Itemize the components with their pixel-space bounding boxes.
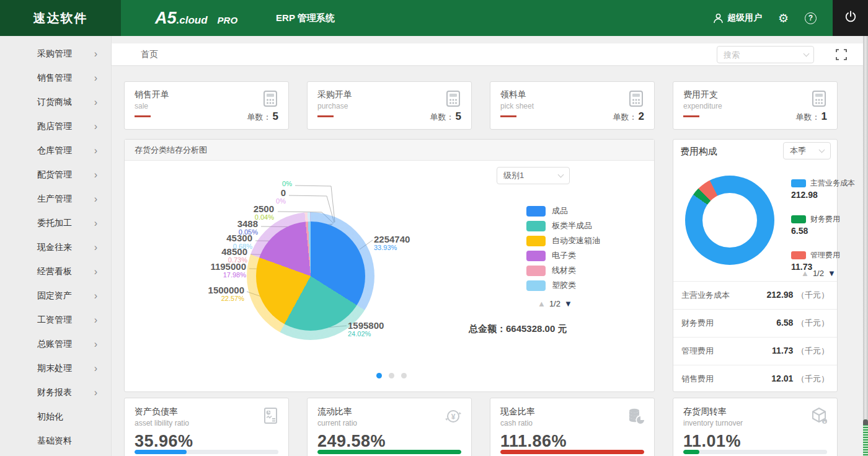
page-indicator: 1/2 <box>813 269 824 278</box>
sidebar-item[interactable]: 初始化 <box>0 405 111 429</box>
pie-callout: 225474033.93% <box>374 235 410 251</box>
callout-value: 0 <box>276 188 286 198</box>
search-input[interactable] <box>724 50 792 60</box>
legend-color-chip <box>526 236 546 246</box>
legend-label: 线材类 <box>552 265 576 276</box>
red-dash <box>683 115 699 117</box>
metric-card: 资产负债率asset libility ratio35.96% <box>124 398 289 456</box>
page-up-icon[interactable]: ▲ <box>801 269 809 278</box>
legend-row: 管理费用 <box>791 250 855 261</box>
sidebar-item[interactable]: 财务报表› <box>0 380 111 405</box>
expense-panel: 费用构成 本季 主营业务成本212.98财务费用6.58管理费用11.73 ▲ … <box>673 139 838 392</box>
legend-item[interactable]: 线材类 <box>526 265 600 276</box>
calculator-icon <box>444 89 463 110</box>
sidebar-item[interactable]: 经营看板› <box>0 259 111 284</box>
sidebar-item[interactable]: 固定资产› <box>0 284 111 308</box>
carousel-dot[interactable] <box>389 373 394 378</box>
stat-card[interactable]: 销售开单sale单数：5 <box>124 81 289 130</box>
legend-color-chip <box>791 251 806 259</box>
expense-legend-pager: ▲ 1/2 ▼ <box>801 269 836 278</box>
inventory-pie-chart[interactable] <box>256 221 365 331</box>
callout-percent: 22.57% <box>208 295 244 303</box>
logo-pro: PRO <box>218 15 238 25</box>
sidebar-item[interactable]: 工资管理› <box>0 308 111 332</box>
legend-item[interactable]: 自动变速箱油 <box>526 235 600 246</box>
sidebar-item[interactable]: 订货商城› <box>0 90 111 114</box>
legend-item[interactable]: 塑胶类 <box>526 280 600 291</box>
expense-row-value: 12.01 （千元） <box>771 373 829 385</box>
refresh-yen-icon: ¥ <box>443 406 464 429</box>
legend-value: 212.98 <box>791 190 855 200</box>
coins-icon <box>626 406 647 429</box>
system-title: ERP 管理系统 <box>276 12 335 24</box>
stat-count-value: 5 <box>456 110 461 122</box>
logout-button[interactable] <box>833 0 868 36</box>
sidebar-item[interactable]: 委托加工› <box>0 211 111 235</box>
red-dash <box>135 115 151 117</box>
help-button[interactable]: ? <box>805 12 817 24</box>
expense-row-list: 主营业务成本212.98 （千元）财务费用6.58 （千元）管理费用11.73 … <box>673 281 837 393</box>
sidebar-item[interactable]: 配货管理› <box>0 163 111 187</box>
metric-value: 11.01% <box>683 432 828 451</box>
stat-count: 单数：2 <box>613 110 644 123</box>
stat-count-label: 单数： <box>247 112 272 122</box>
legend-item[interactable]: 电子类 <box>526 250 600 261</box>
callout-percent: 24.02% <box>348 331 384 338</box>
carousel-dot[interactable] <box>401 373 407 378</box>
sidebar-item[interactable]: 仓库管理› <box>0 138 111 163</box>
stat-card[interactable]: 费用开支expenditure单数：1 <box>673 81 838 130</box>
chevron-right-icon: › <box>94 290 97 302</box>
carousel-dots <box>376 373 407 378</box>
page-up-icon[interactable]: ▲ <box>538 299 546 308</box>
search-select[interactable] <box>717 46 814 63</box>
vertical-scrollbar[interactable] <box>863 36 868 456</box>
progress-track <box>317 450 461 454</box>
stat-card[interactable]: 采购开单purchase单数：5 <box>307 81 472 130</box>
callout-percent: 0% <box>282 181 292 188</box>
chevron-right-icon: › <box>94 218 97 229</box>
metric-subtitle: asset libility ratio <box>135 419 280 427</box>
page-down-icon[interactable]: ▼ <box>828 269 836 278</box>
legend-item[interactable]: 主营业务成本212.98 <box>791 178 855 200</box>
legend-color-chip <box>526 221 546 231</box>
sidebar-item[interactable]: 采购管理› <box>0 42 111 66</box>
legend-row: 主营业务成本 <box>791 178 855 189</box>
stat-card-subtitle: sale <box>135 102 280 110</box>
svg-text:¥: ¥ <box>451 413 456 421</box>
sidebar-item[interactable]: 期末处理› <box>0 356 111 380</box>
sidebar-item[interactable]: 基础资料 <box>0 429 111 453</box>
level-select[interactable]: 级别1 <box>497 167 570 184</box>
legend-item[interactable]: 成品 <box>526 205 600 217</box>
page-down-icon[interactable]: ▼ <box>564 299 572 308</box>
period-select[interactable]: 本季 <box>783 142 831 159</box>
breadcrumb-home[interactable]: 首页 <box>141 49 158 60</box>
sidebar-item[interactable]: 现金往来› <box>0 235 111 259</box>
settings-button[interactable]: ⚙ <box>778 12 789 24</box>
expense-donut-chart[interactable] <box>685 176 774 265</box>
sidebar-item[interactable]: 生产管理› <box>0 187 111 211</box>
callout-value: 2500 <box>254 204 274 214</box>
carousel-dot[interactable] <box>376 373 382 378</box>
sidebar-item-label: 订货商城 <box>37 97 72 108</box>
stat-count-value: 1 <box>822 110 827 122</box>
chevron-right-icon: › <box>94 266 97 277</box>
scrollbar-thumb[interactable] <box>863 419 868 456</box>
chevron-down-icon <box>804 50 810 56</box>
user-menu[interactable]: 超级用户 <box>713 12 762 24</box>
sidebar-item-label: 配货管理 <box>37 169 72 181</box>
legend-color-chip <box>526 266 546 276</box>
legend-item[interactable]: 板类半成品 <box>526 220 600 231</box>
legend-color-chip <box>526 206 546 217</box>
legend-item[interactable]: 财务费用6.58 <box>791 214 855 236</box>
sidebar-item[interactable]: 跑店管理› <box>0 114 111 138</box>
expense-row-value: 11.73 （千元） <box>772 346 829 357</box>
user-name: 超级用户 <box>727 12 762 24</box>
sidebar-item[interactable]: 总账管理› <box>0 332 111 356</box>
stat-card[interactable]: 领料单pick sheet单数：2 <box>490 81 655 130</box>
fullscreen-button[interactable] <box>836 49 847 60</box>
sidebar-item[interactable]: 销售管理› <box>0 66 111 90</box>
chevron-right-icon: › <box>94 169 97 181</box>
callout-value: 48500 <box>221 247 247 257</box>
progress-track <box>500 450 644 454</box>
metric-subtitle: current ratio <box>317 419 463 427</box>
